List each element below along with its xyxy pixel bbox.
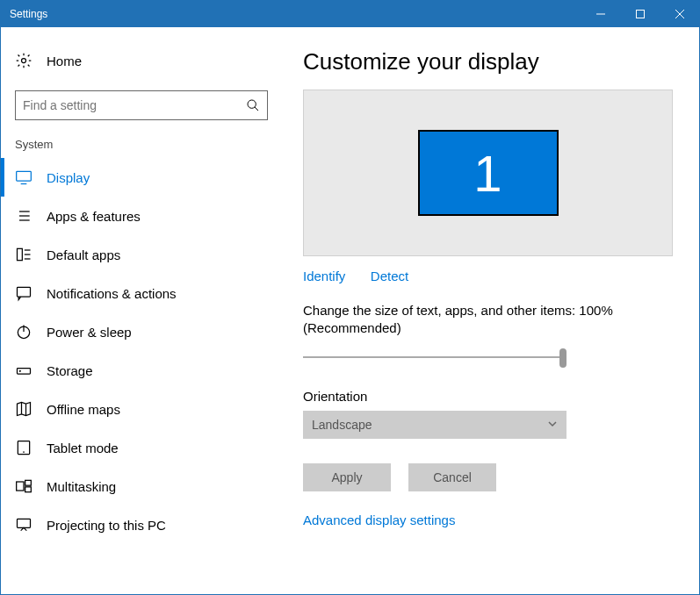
detect-link[interactable]: Detect [371,269,408,283]
projecting-icon [15,516,32,534]
display-actions: Identify Detect [303,269,673,284]
minimize-button[interactable] [581,1,620,27]
sidebar-item-label: Apps & features [47,209,141,224]
sidebar-item-label: Notifications & actions [47,286,177,301]
multitasking-icon [15,477,32,495]
svg-line-6 [255,107,258,111]
sidebar-item-label: Projecting to this PC [47,518,166,533]
page-title: Customize your display [303,48,673,75]
close-button[interactable] [660,1,699,27]
sidebar-item-label: Default apps [47,247,120,262]
scale-slider[interactable] [303,347,566,368]
map-icon [15,400,32,418]
notification-icon [15,284,32,302]
svg-rect-1 [636,11,644,18]
sidebar-item-storage[interactable]: Storage [1,351,282,390]
slider-track [303,356,566,358]
orientation-dropdown[interactable]: Landscape [303,411,566,439]
home-link[interactable]: Home [1,45,282,76]
search-box[interactable] [15,90,268,120]
home-label: Home [47,54,82,68]
sidebar-item-apps-features[interactable]: Apps & features [1,197,282,235]
sidebar-item-default-apps[interactable]: Default apps [1,235,282,274]
svg-rect-19 [18,287,31,297]
search-input[interactable] [23,98,246,112]
sidebar-item-offline-maps[interactable]: Offline maps [1,390,282,428]
power-icon [15,323,32,341]
monitor-1[interactable]: 1 [418,130,559,216]
monitor-number: 1 [473,144,502,203]
sidebar-item-tablet-mode[interactable]: Tablet mode [1,428,282,467]
advanced-display-settings-link[interactable]: Advanced display settings [303,513,455,527]
cancel-button[interactable]: Cancel [408,463,496,491]
sidebar-item-projecting[interactable]: Projecting to this PC [1,505,282,544]
titlebar[interactable]: Settings [1,1,699,27]
main-panel: Customize your display 1 Identify Detect… [282,27,699,594]
svg-rect-31 [18,519,31,527]
sidebar-item-label: Display [47,170,90,185]
sidebar-item-label: Storage [47,363,93,378]
apply-button[interactable]: Apply [303,463,391,491]
slider-thumb[interactable] [559,348,566,368]
display-preview[interactable]: 1 [303,90,673,256]
scale-label: Change the size of text, apps, and other… [303,302,673,336]
sidebar-item-display[interactable]: Display [1,158,282,197]
default-apps-icon [15,246,32,263]
sidebar-item-label: Offline maps [47,402,120,417]
svg-rect-15 [18,248,23,260]
chevron-down-icon [547,418,558,432]
svg-rect-22 [18,369,31,375]
sidebar-item-label: Power & sleep [47,325,132,340]
svg-point-4 [22,59,26,63]
svg-rect-28 [17,482,24,491]
gear-icon [15,52,32,69]
identify-link[interactable]: Identify [303,269,345,283]
sidebar-item-multitasking[interactable]: Multitasking [1,467,282,505]
sidebar-item-label: Multitasking [47,479,116,494]
svg-rect-7 [17,171,32,181]
tablet-icon [15,439,32,456]
storage-icon [15,362,32,379]
svg-rect-29 [25,480,32,485]
category-label: System [1,138,282,158]
display-icon [15,168,32,186]
window-title: Settings [10,8,47,20]
window-controls [581,1,699,27]
sidebar-item-notifications[interactable]: Notifications & actions [1,274,282,312]
svg-point-5 [248,100,256,108]
sidebar-item-label: Tablet mode [47,441,119,455]
svg-rect-30 [25,487,32,492]
list-icon [15,207,32,225]
maximize-button[interactable] [620,1,660,27]
button-row: Apply Cancel [303,463,673,491]
orientation-value: Landscape [312,418,372,432]
search-icon [246,98,260,112]
svg-point-23 [19,370,20,371]
orientation-label: Orientation [303,389,673,404]
sidebar-item-power-sleep[interactable]: Power & sleep [1,312,282,351]
sidebar: Home System Display Apps & features Defa… [1,27,282,594]
